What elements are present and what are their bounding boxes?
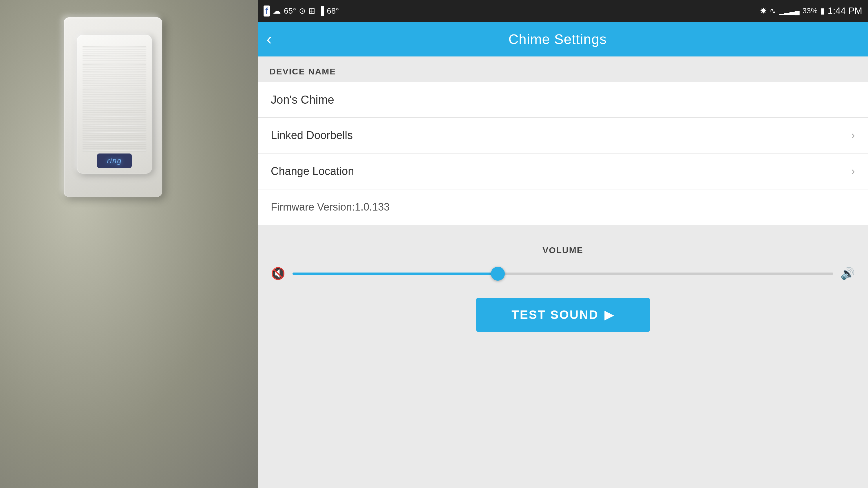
grille-line (83, 139, 146, 139)
page-title: Chime Settings (277, 31, 838, 47)
grille-line (83, 51, 146, 51)
grille-line (83, 125, 146, 126)
grille-line (83, 103, 146, 103)
grille-line (83, 128, 146, 128)
grille-line (83, 146, 146, 146)
grille-line (83, 60, 146, 60)
battery-icon: ▮ (820, 6, 825, 16)
facebook-icon: f (264, 5, 270, 17)
signal-bars-icon: ▁▂▃▄ (779, 7, 800, 15)
test-sound-wrapper: TEST SOUND ▶ (271, 298, 855, 332)
clock-display: 1:44 PM (828, 5, 862, 16)
grille-line (83, 116, 146, 117)
grille-line (83, 58, 146, 58)
grille-line (83, 85, 146, 85)
loud-icon: 🔊 (840, 267, 855, 280)
grille-line (83, 141, 146, 142)
volume-section: VOLUME 🔇 🔊 TEST SOUND ▶ (258, 234, 868, 346)
back-button[interactable]: ‹ (267, 31, 272, 47)
device-name-section-label: DEVICE NAME (258, 57, 868, 82)
grille-line (83, 121, 146, 121)
grille-line (83, 100, 146, 101)
chart-icon: ▐ (318, 6, 324, 16)
grille-line (83, 132, 146, 133)
grille-line (83, 75, 146, 76)
grille-line (83, 71, 146, 71)
weather-icon: ☁ (273, 6, 281, 16)
grille-line (83, 108, 146, 108)
grille-line (83, 55, 146, 56)
firmware-version-text: Firmware Version:1.0.133 (271, 201, 390, 213)
grille-line (83, 73, 146, 74)
volume-slider-fill (292, 273, 498, 275)
grille-line (83, 110, 146, 110)
grille-line (83, 53, 146, 53)
grille-line (83, 87, 146, 88)
linked-doorbells-chevron-icon: › (851, 129, 855, 142)
grille-line (83, 89, 146, 90)
chime-grilles (83, 46, 146, 151)
grille-line (83, 148, 146, 148)
gallery-icon: ⊞ (308, 6, 315, 16)
grille-line (83, 46, 146, 47)
device-name-value: Jon's Chime (271, 93, 334, 106)
content-area: DEVICE NAME Jon's Chime Linked Doorbells… (258, 57, 868, 488)
grille-line (83, 119, 146, 119)
grille-line (83, 94, 146, 94)
grille-line (83, 80, 146, 81)
temperature-display: 65° (284, 6, 296, 16)
grille-line (83, 49, 146, 49)
settings-card: Jon's Chime Linked Doorbells › Change Lo… (258, 82, 868, 225)
change-location-chevron-icon: › (851, 165, 855, 178)
status-icons-left: f ☁ 65° ⊙ ⊞ ▐ 68° (264, 5, 339, 17)
temperature2-display: 68° (327, 6, 339, 16)
firmware-item: Firmware Version:1.0.133 (258, 189, 868, 225)
divider (258, 225, 868, 234)
volume-section-label: VOLUME (271, 245, 855, 255)
status-icons-right: ✸ ∿ ▁▂▃▄ 33% ▮ 1:44 PM (760, 5, 862, 16)
grille-line (83, 96, 146, 96)
ring-logo: ring (107, 156, 122, 165)
wifi-icon: ⊙ (299, 6, 306, 16)
grille-line (83, 98, 146, 99)
phone-panel: f ☁ 65° ⊙ ⊞ ▐ 68° ✸ ∿ ▁▂▃▄ 33% ▮ 1:44 PM… (258, 0, 868, 488)
test-sound-button[interactable]: TEST SOUND ▶ (476, 298, 650, 332)
grille-line (83, 130, 146, 130)
grille-line (83, 67, 146, 67)
mute-icon: 🔇 (271, 267, 285, 280)
grille-line (83, 62, 146, 63)
battery-percent: 33% (803, 6, 817, 16)
photo-panel: ring (0, 0, 258, 488)
chime-device: ring (77, 35, 152, 174)
linked-doorbells-label: Linked Doorbells (271, 129, 851, 142)
grille-line (83, 144, 146, 144)
grille-line (83, 150, 146, 151)
grille-line (83, 83, 146, 83)
status-bar: f ☁ 65° ⊙ ⊞ ▐ 68° ✸ ∿ ▁▂▃▄ 33% ▮ 1:44 PM (258, 0, 868, 22)
volume-slider-track[interactable] (292, 273, 833, 275)
change-location-item[interactable]: Change Location › (258, 153, 868, 189)
grille-line (83, 112, 146, 112)
change-location-label: Change Location (271, 165, 851, 178)
wifi-signal-icon: ∿ (770, 6, 776, 16)
grille-line (83, 105, 146, 105)
app-header: ‹ Chime Settings (258, 22, 868, 57)
grille-line (83, 78, 146, 78)
bluetooth-icon: ✸ (760, 6, 767, 16)
linked-doorbells-item[interactable]: Linked Doorbells › (258, 118, 868, 153)
play-icon: ▶ (604, 308, 614, 322)
volume-control[interactable]: 🔇 🔊 (271, 267, 855, 280)
ring-logo-area: ring (97, 153, 132, 168)
volume-slider-thumb[interactable] (491, 267, 505, 281)
grille-line (83, 123, 146, 124)
device-name-item[interactable]: Jon's Chime (258, 82, 868, 118)
test-sound-label: TEST SOUND (512, 308, 599, 322)
grille-line (83, 64, 146, 65)
